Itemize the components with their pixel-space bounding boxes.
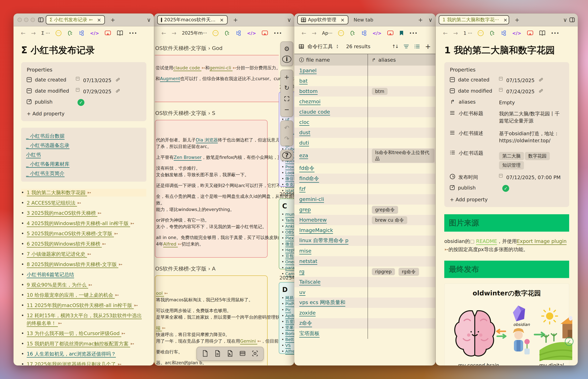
- post-link[interactable]: 9 观众90%是男生，为什么 ➳: [27, 281, 92, 289]
- side-link[interactable]: Looka: [285, 171, 294, 176]
- property-value[interactable]: 07/24/2025: [506, 88, 535, 95]
- post-link[interactable]: 2 ACCESS笔记组织法 ➳: [27, 199, 81, 207]
- side-link[interactable]: 微信: [285, 242, 294, 247]
- back-button[interactable]: ←: [161, 30, 166, 36]
- list-settings-icon[interactable]: [414, 45, 419, 49]
- focus-mode-icon[interactable]: [56, 30, 62, 36]
- side-link[interactable]: VS: [285, 343, 291, 349]
- file-name-link[interactable]: bat: [299, 78, 308, 84]
- post-link[interactable]: 4 2025我的Windows软件天梯榜-all in榨干版 ➳: [27, 220, 134, 227]
- side-link[interactable]: Anki: [285, 224, 294, 230]
- tab-new-tab[interactable]: New tab: [354, 17, 373, 23]
- quick-link[interactable]: _ 小红书选题备忘录: [26, 142, 69, 149]
- table-row[interactable]: claude code: [294, 107, 435, 117]
- digital-garden-card[interactable]: oldwinterの数字花园: [444, 284, 569, 365]
- table-row[interactable]: netstat: [294, 256, 435, 267]
- post-link[interactable]: 7 小镇做题家的笔记进化史 ➳: [27, 250, 91, 258]
- list-item[interactable]: • 9 观众90%是男生，为什么 ➳: [21, 281, 146, 289]
- list-item[interactable]: • 8 2025我的Windows软件天梯榜-文字版 ➳: [21, 261, 146, 268]
- table-row[interactable]: Tailscale: [294, 277, 435, 287]
- table-row[interactable]: fd命令: [294, 163, 435, 174]
- post-link[interactable]: 10 给你最宠幸的应用，一键上桌的机会 ➳: [27, 291, 119, 299]
- focus-mode-icon[interactable]: [213, 30, 218, 36]
- file-text-icon[interactable]: [214, 350, 221, 358]
- outline-tree-icon[interactable]: [235, 30, 241, 36]
- table-row[interactable]: gemini-cli: [294, 194, 435, 205]
- list-item[interactable]: • 3 2025我的macOS软件天梯榜 ➳: [21, 209, 146, 217]
- side-link[interactable]: Alfred: [285, 349, 294, 355]
- table-row[interactable]: bottom btm: [294, 86, 435, 96]
- info-icon[interactable]: i: [282, 56, 291, 63]
- list-item[interactable]: • 1 我的第二大脑和数字花园 ➳: [21, 189, 146, 197]
- table-row[interactable]: vps ecs 网络质量和: [294, 298, 435, 308]
- post-link[interactable]: 12 耗时15年，横跨3大平台，我从253款软件中选出的终极名单！ ➳: [27, 312, 146, 327]
- file-name-link[interactable]: netstat: [299, 258, 317, 265]
- more-menu-icon[interactable]: •••: [129, 31, 137, 35]
- property-value[interactable]: Empty: [499, 99, 515, 106]
- tab-list-chevron-icon[interactable]: ∨: [287, 16, 291, 23]
- table-row[interactable]: linux 自带常用命令 p: [294, 236, 435, 246]
- list-item[interactable]: • 11 2025年我的macOS软件天梯榜-all in榨干版 ➳: [21, 302, 146, 309]
- back-button[interactable]: ←: [443, 30, 448, 36]
- close-icon[interactable]: ×: [220, 17, 224, 23]
- side-link[interactable]: Proxy: [285, 165, 294, 170]
- link-icon[interactable]: [115, 77, 120, 84]
- table-row[interactable]: z命令: [294, 318, 435, 329]
- property-row[interactable]: 小红书描述 基于obsidian打造，地址：https://oldwinter.…: [450, 130, 564, 146]
- zoom-in-icon[interactable]: +: [282, 72, 291, 82]
- side-link[interactable]: Tailsc: [285, 218, 294, 223]
- table-row[interactable]: cloc: [294, 117, 435, 127]
- post-link[interactable]: 17 2025年我的浏览器插件只剩这几个了 ➳: [27, 361, 122, 365]
- side-link[interactable]: Pic: [285, 308, 291, 313]
- plant-icon[interactable]: [67, 30, 73, 36]
- file-name-link[interactable]: zoxide: [299, 310, 316, 316]
- file-name-link[interactable]: 宝塔面板: [299, 330, 320, 337]
- zoom-out-icon[interactable]: −: [282, 104, 291, 115]
- post-link[interactable]: 11 2025年我的macOS软件天梯榜-all in榨干版 ➳: [27, 302, 138, 309]
- property-row[interactable]: aliases Empty ✓: [450, 99, 564, 106]
- table-row[interactable]: zoxide: [294, 308, 435, 318]
- list-item[interactable]: • 6 2025我的Windows软件天梯榜 ➳: [21, 240, 146, 248]
- file-name-link[interactable]: find命令: [299, 175, 319, 183]
- forward-button[interactable]: →: [31, 30, 36, 36]
- column-file-name[interactable]: file name: [306, 57, 330, 63]
- plant-icon[interactable]: [350, 30, 356, 36]
- forward-button[interactable]: →: [312, 30, 317, 36]
- table-row[interactable]: rg ripgreprg命令: [294, 267, 435, 277]
- add-property-button[interactable]: + Add property: [450, 197, 564, 203]
- property-row[interactable]: 发布时间 07/12/2025, 07:00 PM ✓: [450, 174, 564, 181]
- list-item[interactable]: • 10 给你最宠幸的应用，一键上桌的机会 ➳: [21, 291, 146, 299]
- code-icon[interactable]: </>: [512, 31, 521, 36]
- post-link[interactable]: 16 人生若如初见，arc浏览器还值得吗？: [27, 350, 116, 358]
- close-icon[interactable]: ×: [340, 17, 345, 23]
- back-button[interactable]: ←: [302, 30, 306, 36]
- more-menu-icon[interactable]: •••: [551, 31, 559, 35]
- side-link[interactable]: 坚果云: [285, 325, 294, 331]
- tab-xiaohongshu[interactable]: Σ 小红书发布记录 ➳ ×: [46, 15, 105, 24]
- link-icon[interactable]: [115, 88, 120, 95]
- share-screen-icon[interactable]: [527, 30, 533, 36]
- post-link[interactable]: 13 为什么我不顾一切，给Cursor评级God ➳: [27, 330, 125, 337]
- table-row[interactable]: Homebrew brew cu 命令: [294, 215, 435, 225]
- quick-link[interactable]: _ 小红书备用素材库: [26, 161, 69, 168]
- property-row[interactable]: date created 07/15/2025 ✓: [450, 77, 564, 84]
- table-row[interactable]: grep grep命令: [294, 205, 435, 215]
- focus-mode-icon[interactable]: [338, 30, 344, 36]
- table-row[interactable]: 宝塔面板: [294, 329, 435, 339]
- property-value[interactable]: 07/15/2025: [506, 77, 535, 84]
- publish-check-icon[interactable]: ✓: [77, 99, 84, 106]
- undo-icon[interactable]: ↶: [282, 123, 291, 133]
- side-link[interactable]: Apifox: [285, 314, 294, 319]
- post-link[interactable]: 5 2025我的macOS软件天梯榜-文字版 ➳: [27, 230, 118, 237]
- table-row[interactable]: bat: [294, 76, 435, 86]
- publish-check-icon[interactable]: ✓: [502, 185, 509, 192]
- add-row-icon[interactable]: +: [425, 43, 431, 50]
- filter-icon[interactable]: [404, 45, 409, 49]
- tab-list-chevron-icon[interactable]: ∨: [147, 16, 151, 23]
- property-row[interactable]: publish ✓: [450, 185, 564, 192]
- forward-button[interactable]: →: [453, 30, 458, 36]
- close-icon[interactable]: ×: [503, 17, 507, 23]
- fullscreen-icon[interactable]: [282, 93, 291, 104]
- reading-view-icon[interactable]: [539, 30, 545, 36]
- more-menu-icon[interactable]: •••: [409, 31, 418, 35]
